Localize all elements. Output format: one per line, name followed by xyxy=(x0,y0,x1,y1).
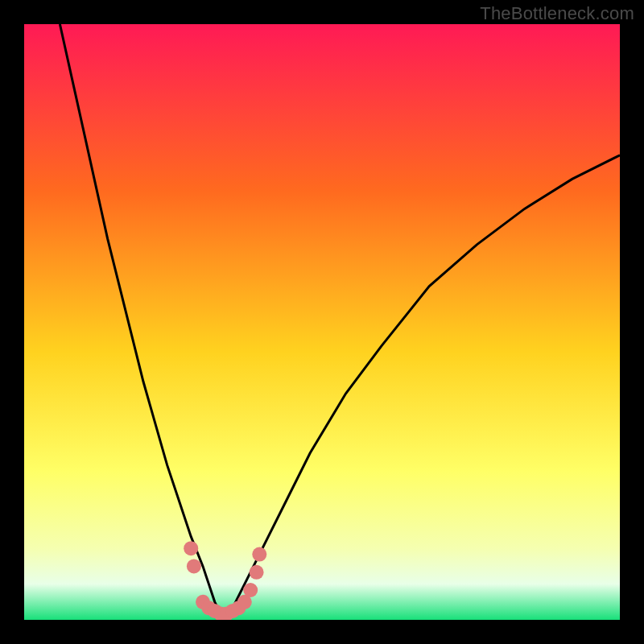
bottleneck-chart xyxy=(24,24,620,620)
chart-frame: TheBottleneck.com xyxy=(0,0,644,644)
marker-dot xyxy=(184,541,198,555)
watermark-label: TheBottleneck.com xyxy=(480,3,634,24)
plot-area xyxy=(24,24,620,620)
marker-dot xyxy=(250,565,264,580)
gradient-background xyxy=(24,24,620,620)
marker-dot xyxy=(243,583,258,597)
marker-dot xyxy=(252,547,266,562)
marker-dot xyxy=(187,559,201,573)
